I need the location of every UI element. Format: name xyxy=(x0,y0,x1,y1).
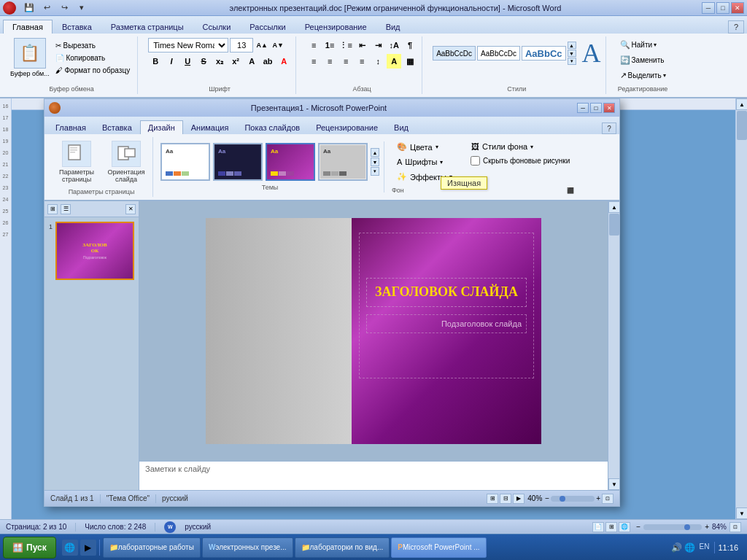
slide-title-box[interactable]: ЗАГОЛОВОК СЛАЙДА xyxy=(366,278,527,307)
ppt-view-show-btn[interactable]: ▶ xyxy=(513,494,525,504)
word-tab-insert[interactable]: Вставка xyxy=(53,20,101,34)
word-close-btn[interactable]: ✕ xyxy=(731,2,744,14)
style-normal-btn[interactable]: AaBbCcDc xyxy=(433,46,476,61)
theme-gray-btn[interactable]: Aa xyxy=(318,143,368,181)
ppt-tab-animation[interactable]: Анимация xyxy=(183,120,237,134)
word-tab-mailings[interactable]: Рассылки xyxy=(240,20,295,34)
word-maximize-btn[interactable]: □ xyxy=(716,2,729,14)
sort-btn[interactable]: ↕A xyxy=(387,38,401,52)
word-zoom-in-btn[interactable]: + xyxy=(705,523,709,531)
word-view-web-btn[interactable]: 🌐 xyxy=(619,522,630,532)
word-view-fullscreen-btn[interactable]: ⊞ xyxy=(605,522,617,532)
ppt-zoom-out-btn[interactable]: − xyxy=(545,494,549,502)
format-painter-btn[interactable]: 🖌 Формат по образцу xyxy=(53,65,133,76)
quick-save-btn[interactable]: 💾 xyxy=(22,1,36,15)
underline-btn[interactable]: U xyxy=(180,54,195,69)
quick-undo-btn[interactable]: ↩ xyxy=(39,1,54,15)
align-right-btn[interactable]: ≡ xyxy=(338,54,353,69)
slide-main-view[interactable]: ЗАГОЛОВОК СЛАЙДА Подзаголовок слайда xyxy=(206,218,541,444)
font-size-input[interactable] xyxy=(230,38,253,52)
ppt-view-sort-btn[interactable]: ⊟ xyxy=(500,494,511,504)
ppt-tab-design[interactable]: Дизайн xyxy=(140,120,183,135)
subscript-btn[interactable]: x₂ xyxy=(212,54,227,69)
ppt-zoom-in-btn[interactable]: + xyxy=(596,494,600,502)
scroll-thumb[interactable] xyxy=(737,111,747,140)
word-tab-home[interactable]: Главная xyxy=(3,20,53,34)
taskbar-item-3[interactable]: P Microsoft PowerPoint ... xyxy=(391,537,486,558)
theme-dark-btn[interactable]: Aa xyxy=(213,143,263,181)
taskbar-item-1[interactable]: W электронных презе... xyxy=(202,537,293,558)
increase-indent-btn[interactable]: ⇥ xyxy=(371,38,385,52)
select-btn[interactable]: ↗ Выделить ▾ xyxy=(616,69,670,82)
word-tab-layout[interactable]: Разметка страницы xyxy=(101,20,193,34)
word-tab-links[interactable]: Ссылки xyxy=(193,20,241,34)
tray-volume-icon[interactable]: 🔊 xyxy=(671,542,682,553)
ppt-scroll-thumb[interactable] xyxy=(609,214,619,236)
shading-btn[interactable]: A xyxy=(387,54,401,69)
ppt-scroll-up-btn[interactable]: ▲ xyxy=(608,201,619,213)
highlight-btn[interactable]: ab xyxy=(260,54,275,69)
find-btn[interactable]: 🔍 Найти ▾ xyxy=(616,38,670,52)
taskbar-item-2[interactable]: 📁 лабораторки по вид... xyxy=(295,537,390,558)
theme-default-btn[interactable]: Aa xyxy=(160,143,210,181)
borders-btn[interactable]: ▦ xyxy=(403,54,417,69)
scroll-up-btn[interactable]: ▲ xyxy=(736,98,747,110)
media-icon[interactable]: ▶ xyxy=(80,540,96,556)
text-effects-btn[interactable]: A xyxy=(244,54,259,69)
style-nosp-btn[interactable]: AaBbCcDc xyxy=(477,46,520,61)
ppt-tab-view[interactable]: Вид xyxy=(386,120,417,134)
justify-btn[interactable]: ≡ xyxy=(355,54,369,69)
font-shrink-btn[interactable]: A▼ xyxy=(271,38,285,52)
ppt-tab-insert[interactable]: Вставка xyxy=(94,120,140,134)
ie-icon[interactable]: 🌐 xyxy=(62,540,78,556)
replace-btn[interactable]: 🔄 Заменить xyxy=(616,53,670,67)
font-name-select[interactable]: Times New Roman xyxy=(148,38,228,52)
ppt-scroll-track[interactable] xyxy=(608,213,619,478)
quick-dropdown-btn[interactable]: ▾ xyxy=(74,1,89,15)
slides-panel-icon1[interactable]: ⊞ xyxy=(47,204,58,214)
themes-up-btn[interactable]: ▲ xyxy=(371,148,379,157)
word-zoom-slider[interactable] xyxy=(643,524,702,530)
scroll-track[interactable] xyxy=(736,110,747,508)
bold-btn[interactable]: B xyxy=(148,54,163,69)
slides-panel-close[interactable]: ✕ xyxy=(125,204,136,214)
show-marks-btn[interactable]: ¶ xyxy=(403,38,417,52)
word-tab-review[interactable]: Рецензирование xyxy=(295,20,376,34)
quick-redo-btn[interactable]: ↪ xyxy=(57,1,71,15)
ppt-notes-area[interactable]: Заметки к слайду xyxy=(139,461,608,490)
slide-1-thumbnail[interactable]: ЗАГОЛОВОК Подзаголовок xyxy=(55,222,134,280)
taskbar-item-0[interactable]: 📁 лабораторные работы xyxy=(103,537,201,558)
word-tab-view[interactable]: Вид xyxy=(376,20,410,34)
paste-btn[interactable]: 📋 xyxy=(14,38,46,69)
theme-purple-btn[interactable]: Aa xyxy=(266,143,315,181)
word-minimize-btn[interactable]: ─ xyxy=(702,2,715,14)
ppt-minimize-btn[interactable]: ─ xyxy=(577,103,589,113)
style-h1-btn[interactable]: AaBbCc xyxy=(522,46,566,61)
word-view-print-btn[interactable]: 📄 xyxy=(592,522,604,532)
numbering-btn[interactable]: 1≡ xyxy=(322,38,337,52)
slide-subtitle-box[interactable]: Подзаголовок слайда xyxy=(366,314,527,333)
page-params-btn[interactable]: Параметры страницы xyxy=(55,139,98,185)
ppt-zoom-slider[interactable] xyxy=(551,496,595,502)
ppt-view-normal-btn[interactable]: ⊞ xyxy=(487,494,498,504)
word-zoom-out-btn[interactable]: − xyxy=(636,523,640,531)
font-grow-btn[interactable]: A▲ xyxy=(255,38,269,52)
colors-btn[interactable]: 🎨 Цвета ▾ xyxy=(392,140,457,154)
ppt-tab-slideshow[interactable]: Показ слайдов xyxy=(236,120,308,134)
align-center-btn[interactable]: ≡ xyxy=(322,54,337,69)
fonts-btn[interactable]: A Шрифты ▾ xyxy=(392,155,457,168)
word-help-btn[interactable]: ? xyxy=(728,20,744,34)
tray-network-icon[interactable]: 🌐 xyxy=(684,542,695,553)
align-left-btn[interactable]: ≡ xyxy=(306,54,321,69)
font-color-btn[interactable]: A xyxy=(276,54,291,69)
decrease-indent-btn[interactable]: ⇤ xyxy=(355,38,369,52)
strikethrough-btn[interactable]: S xyxy=(196,54,211,69)
styles-more-btn[interactable]: ▾ xyxy=(568,58,576,65)
bullets-btn[interactable]: ≡ xyxy=(306,38,321,52)
ppt-help-btn[interactable]: ? xyxy=(602,122,616,134)
ppt-fit-btn[interactable]: ⊡ xyxy=(602,494,614,504)
styles-up-btn[interactable]: ▲ xyxy=(568,42,576,49)
ppt-close-btn[interactable]: ✕ xyxy=(603,103,615,113)
start-button[interactable]: 🪟 Пуск xyxy=(3,537,56,559)
themes-expand-btn[interactable]: ▾ xyxy=(371,167,379,176)
